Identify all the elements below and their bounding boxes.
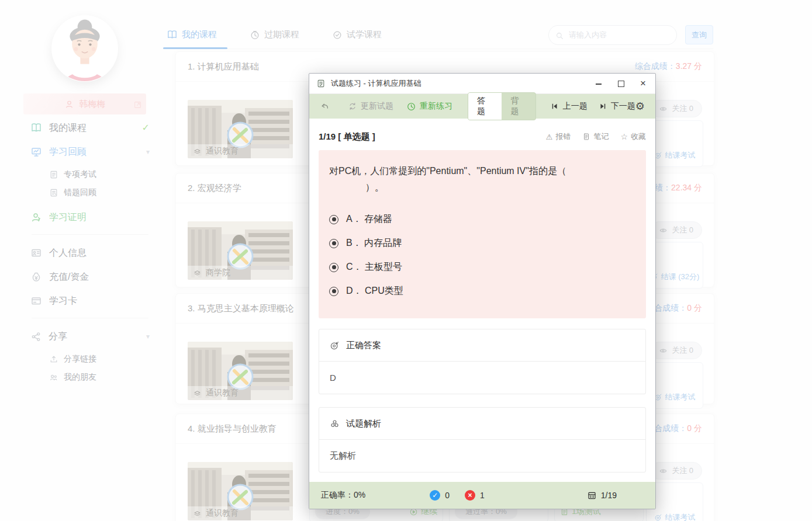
wrong-icon: ×	[465, 490, 475, 501]
eye-icon	[659, 346, 668, 355]
report-error-button[interactable]: ⚠ 报错	[546, 131, 571, 142]
book-icon	[30, 122, 42, 134]
gear-icon[interactable]: ⚙	[635, 101, 645, 112]
options: A． 存储器 B． 内存品牌 C． 主板型号 D． CPU类型	[329, 207, 635, 303]
follow-button[interactable]: 关注 0	[650, 100, 702, 117]
update-questions-button[interactable]: 更新试题	[348, 101, 393, 112]
course-title: 4. 就业指导与创业教育	[188, 423, 277, 435]
course-title: 1. 计算机应用基础	[188, 61, 259, 72]
course-thumbnail[interactable]: 商学院	[188, 221, 293, 280]
radio-icon	[329, 215, 338, 224]
restart-practice-button[interactable]: 重新练习	[406, 101, 452, 112]
star-icon: ☆	[620, 133, 628, 141]
trial-badge-icon	[332, 30, 343, 40]
sidebar-label: 我的课程	[49, 122, 135, 134]
undo-icon[interactable]	[320, 101, 330, 112]
wrong-note-icon	[49, 188, 58, 197]
eye-icon	[659, 226, 668, 235]
search-icon	[555, 30, 564, 41]
counter-grid-icon	[587, 491, 597, 501]
minimize-icon[interactable]	[593, 78, 604, 89]
answer-sheet-pager[interactable]: 1/19	[587, 491, 617, 501]
divider	[32, 234, 148, 235]
sidebar-item-study-review[interactable]: 学习回顾 ▾	[30, 143, 150, 161]
course-badge: 商学院	[188, 266, 293, 280]
correct-icon: ✓	[430, 490, 440, 501]
card-icon	[30, 295, 42, 307]
sidebar-label: 充值/资金	[49, 271, 150, 283]
mode-recite-button[interactable]: 背题	[502, 93, 535, 120]
sidebar-label: 学习回顾	[49, 146, 139, 158]
next-question-button[interactable]: 下一题	[598, 101, 635, 112]
sidebar-item-wrong-review[interactable]: 错题回顾	[49, 185, 150, 200]
target-icon	[654, 513, 662, 521]
follow-button[interactable]: 关注 0	[650, 221, 702, 239]
radio-icon	[329, 263, 338, 272]
search-input[interactable]	[548, 25, 677, 45]
course-thumbnail[interactable]: 通识教育	[188, 342, 293, 400]
mode-segment: 答题 背题	[468, 92, 536, 120]
sidebar-item-recharge[interactable]: 充值/资金	[30, 268, 150, 286]
monitor-icon	[30, 146, 42, 158]
tab-expired-courses[interactable]: 过期课程	[248, 21, 300, 48]
sidebar-item-share[interactable]: 分享 ▾	[30, 328, 150, 345]
tab-my-courses[interactable]: 我的课程	[165, 21, 218, 48]
note-button[interactable]: 笔记	[582, 131, 609, 142]
close-icon[interactable]: ×	[638, 78, 648, 89]
window-controls: ×	[593, 78, 648, 89]
question-header: 1/19 [ 单选题 ] ⚠ 报错 笔记 ☆ 收藏	[319, 123, 646, 150]
course-thumbnail[interactable]: 通识教育	[188, 462, 293, 520]
course-title: 2. 宏观经济学	[188, 183, 241, 194]
sidebar-item-my-courses[interactable]: 我的课程 ✓	[30, 119, 150, 137]
sidebar-item-study-card[interactable]: 学习卡	[30, 292, 150, 310]
modal-toolbar: 更新试题 重新练习 答题 背题 上一题 下一题 ⚙	[309, 94, 655, 119]
course-title: 3. 马克思主义基本原理概论	[188, 303, 294, 314]
query-button[interactable]: 查询	[685, 25, 713, 44]
prev-question-button[interactable]: 上一题	[550, 101, 588, 112]
modal-title: 试题练习 - 计算机应用基础	[331, 78, 421, 89]
maximize-icon[interactable]	[616, 78, 626, 89]
sidebar-label: 错题回顾	[64, 187, 96, 198]
correct-stat: ✓ 0	[430, 490, 450, 501]
eye-icon	[659, 467, 668, 475]
history-clock-icon	[406, 102, 416, 112]
tab-label: 过期课程	[264, 29, 299, 40]
question-tools: ⚠ 报错 笔记 ☆ 收藏	[546, 131, 646, 142]
course-thumbnail[interactable]: 通识教育	[188, 100, 293, 158]
follow-button[interactable]: 关注 0	[650, 342, 702, 359]
check-icon: ✓	[142, 123, 150, 133]
sidebar-menu: 我的课程 ✓ 学习回顾 ▾ 专项考试 错题回顾 学习证明	[30, 119, 150, 388]
prev-icon	[550, 102, 559, 111]
chevron-down-icon: ▾	[146, 333, 150, 340]
option-d[interactable]: D． CPU类型	[329, 279, 635, 303]
friends-icon	[49, 373, 58, 382]
money-bag-icon	[30, 271, 42, 283]
accuracy-label: 正确率：0%	[321, 490, 365, 501]
sidebar-item-share-link[interactable]: 分享链接	[49, 352, 150, 367]
sidebar-item-my-friends[interactable]: 我的朋友	[49, 370, 150, 385]
share-link-icon	[49, 355, 58, 364]
tab-trial-courses[interactable]: 试学课程	[331, 21, 383, 48]
sidebar-item-personal-info[interactable]: 个人信息	[30, 244, 150, 262]
analysis-section: 试题解析 无解析	[319, 407, 646, 473]
username-banner[interactable]: 韩梅梅	[23, 93, 146, 114]
tab-label: 我的课程	[182, 29, 217, 40]
sidebar-item-study-cert[interactable]: 学习证明	[30, 209, 150, 226]
note-icon	[582, 133, 590, 141]
course-badge: 通识教育	[188, 144, 293, 158]
modal-titlebar: 试题练习 - 计算机应用基础 ×	[309, 74, 655, 94]
sidebar-item-special-exam[interactable]: 专项考试	[49, 167, 150, 182]
option-c[interactable]: C． 主板型号	[329, 255, 635, 279]
favorite-button[interactable]: ☆ 收藏	[620, 131, 646, 142]
question-box: 对PC机，人们常提到的"Pentium"、"Pentium IV"指的是（ ）。…	[319, 150, 646, 318]
radio-icon	[329, 287, 338, 296]
course-badge: 通识教育	[188, 386, 293, 400]
book-icon	[167, 29, 178, 40]
expand-icon[interactable]	[133, 99, 142, 109]
avatar[interactable]	[51, 15, 118, 82]
option-b[interactable]: B． 内存品牌	[329, 231, 635, 255]
sidebar-label: 我的朋友	[64, 372, 96, 383]
follow-button[interactable]: 关注 0	[650, 462, 702, 480]
mode-answer-button[interactable]: 答题	[468, 93, 502, 120]
option-a[interactable]: A． 存储器	[329, 207, 635, 231]
